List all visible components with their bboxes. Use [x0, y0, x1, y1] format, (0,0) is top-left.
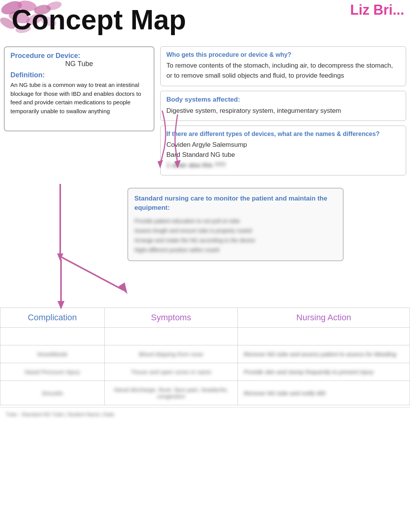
device-types-items: Coviden Argyle Salemsump Bard Standard N…: [166, 140, 400, 170]
definition-label: Definition:: [10, 71, 148, 79]
arrow-down-to-table: [57, 259, 65, 309]
nursing-action-cell-0: [238, 328, 410, 345]
right-panel: Who gets this procedure or device & why?…: [160, 46, 406, 180]
left-panel: Procedure or Device: NG Tube Definition:…: [4, 46, 154, 180]
table-row: [0, 328, 410, 345]
device-item-1: Coviden Argyle Salemsump: [166, 140, 400, 150]
nursing-care-item-1: Provide patient education to not pull on…: [134, 216, 337, 226]
nursing-action-cell-2: Provide skin and stump frequently to pre…: [238, 363, 410, 381]
table-header-row: Complication Symptoms Nursing Action: [0, 308, 410, 328]
device-item-2: Bard Standard NG tube: [166, 150, 400, 160]
symptoms-cell-1: Blood dripping from nose: [105, 345, 238, 363]
author-name: Liz Bri...: [350, 2, 404, 18]
symptoms-cell-2: Tissue and open sores in nares: [105, 363, 238, 381]
arrow-diagonal: [60, 255, 129, 302]
arrow-pink-2: [166, 114, 189, 168]
who-gets-box: Who gets this procedure or device & why?…: [160, 46, 406, 86]
nursing-care-item-2: Assess length and ensure tube is properl…: [134, 226, 337, 236]
nursing-care-item-4: Night different position within nostril: [134, 245, 337, 255]
nursing-care-items: Provide patient education to not pull on…: [134, 216, 337, 255]
procedure-label: Procedure or Device:: [10, 52, 80, 59]
complication-cell-3: Sinusitis: [0, 381, 105, 405]
header-nursing-action: Nursing Action: [238, 308, 410, 328]
who-gets-answer: To remove contents of the stomach, inclu…: [166, 61, 400, 81]
table-row: Nasal Pressure Injury Tissue and open so…: [0, 363, 410, 381]
nursing-action-cell-1: Remove NG tube and assess patient to ass…: [238, 345, 410, 363]
footer-text: Tube - Standard NG Tube | Student Name |…: [6, 411, 114, 417]
svg-line-11: [62, 257, 124, 290]
svg-marker-13: [158, 160, 163, 168]
nursing-care-box: Standard nursing care to monitor the pat…: [127, 188, 344, 261]
footer: Tube - Standard NG Tube | Student Name |…: [0, 407, 410, 421]
definition-text: An NG tube is a common way to treat an i…: [10, 81, 148, 116]
title-area: Concept Map: [0, 4, 410, 36]
svg-marker-16: [58, 301, 64, 309]
complication-cell-2: Nasal Pressure Injury: [0, 363, 105, 381]
complications-table: Complication Symptoms Nursing Action Nos…: [0, 308, 410, 405]
procedure-value: NG Tube: [10, 60, 148, 68]
body-systems-box: Body systems affected: Digestive system,…: [160, 91, 406, 121]
header-complication: Complication: [0, 308, 105, 328]
who-gets-question: Who gets this procedure or device & why?: [166, 51, 400, 58]
device-item-3: 1 other also this ???: [166, 160, 400, 170]
complications-section: Complication Symptoms Nursing Action Nos…: [0, 308, 410, 405]
complication-cell-0: [0, 328, 105, 345]
device-types-question: If there are different types of devices,…: [166, 131, 400, 138]
main-content: Procedure or Device: NG Tube Definition:…: [0, 42, 410, 184]
arrow-section: Standard nursing care to monitor the pat…: [0, 184, 410, 308]
symptoms-cell-0: [105, 328, 238, 345]
body-systems-value: Digestive system, respiratory system, in…: [166, 106, 400, 116]
table-row: Sinusitis Nasal discharge, fever, face p…: [0, 381, 410, 405]
procedure-box: Procedure or Device: NG Tube Definition:…: [4, 46, 154, 131]
header-symptoms: Symptoms: [105, 308, 238, 328]
nursing-care-item-3: Arrange and rotate the NG according to t…: [134, 236, 337, 245]
arrow-left-vertical: [57, 184, 63, 261]
complication-cell-1: Nosebleeds: [0, 345, 105, 363]
symptoms-cell-3: Nasal discharge, fever, face pain, heada…: [105, 381, 238, 405]
nursing-care-title: Standard nursing care to monitor the pat…: [134, 194, 337, 212]
page-title: Concept Map: [4, 4, 186, 36]
header: Concept Map Liz Bri...: [0, 0, 410, 42]
nursing-action-cell-3: Remove NG tube and notify MD: [238, 381, 410, 405]
device-types-box: If there are different types of devices,…: [160, 126, 406, 175]
svg-marker-14: [175, 160, 181, 168]
table-row: Nosebleeds Blood dripping from nose Remo…: [0, 345, 410, 363]
body-systems-label: Body systems affected:: [166, 96, 400, 104]
